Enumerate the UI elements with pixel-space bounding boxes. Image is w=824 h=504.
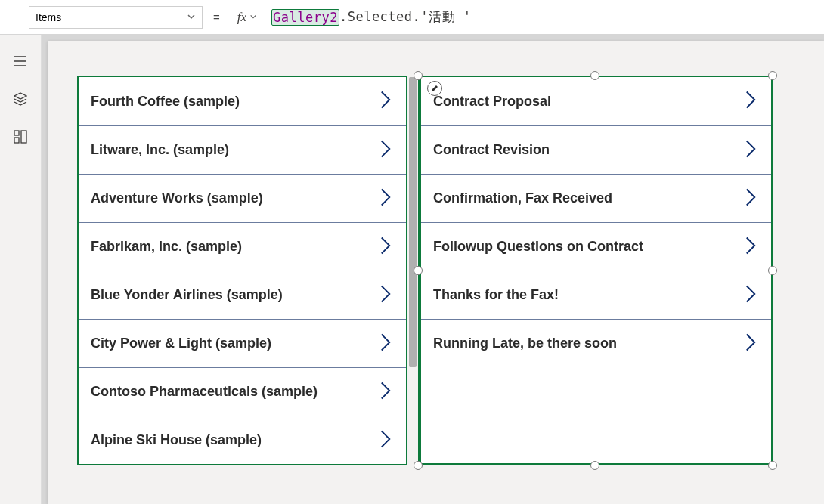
row-label: City Power & Light (sample) xyxy=(91,335,271,351)
row-label: Adventure Works (sample) xyxy=(91,190,263,206)
canvas[interactable]: Fourth Coffee (sample)Litware, Inc. (sam… xyxy=(48,41,824,504)
formula-input[interactable]: Gallery2.Selected.'活動 ' xyxy=(265,6,824,29)
svg-rect-0 xyxy=(14,131,19,135)
gallery-row[interactable]: Adventure Works (sample) xyxy=(79,174,406,222)
row-label: Followup Questions on Contract xyxy=(433,239,643,255)
gallery-row[interactable]: Contract Revision xyxy=(421,125,771,174)
chevron-right-icon xyxy=(742,89,759,113)
gallery-row[interactable]: Litware, Inc. (sample) xyxy=(79,125,406,174)
property-dropdown[interactable]: Items xyxy=(29,6,203,29)
scrollbar-thumb[interactable] xyxy=(409,77,417,367)
resize-handle-ml[interactable] xyxy=(414,266,423,275)
chevron-right-icon xyxy=(742,187,759,211)
row-label: Fourth Coffee (sample) xyxy=(91,94,240,110)
formula-bar: Items = fx Gallery2.Selected.'活動 ' xyxy=(0,0,824,35)
chevron-right-icon xyxy=(377,283,394,308)
formula-rest: .Selected.'活動 ' xyxy=(339,8,472,26)
row-label: Fabrikam, Inc. (sample) xyxy=(91,239,242,255)
chevron-down-icon xyxy=(187,11,196,23)
chevron-right-icon xyxy=(742,138,759,162)
gallery-row[interactable]: Fourth Coffee (sample) xyxy=(79,77,406,125)
row-label: Running Late, be there soon xyxy=(433,335,617,351)
row-label: Contract Revision xyxy=(433,142,550,158)
row-label: Confirmation, Fax Received xyxy=(433,190,612,206)
formula-highlighted-token: Gallery2 xyxy=(271,9,339,26)
chevron-right-icon xyxy=(377,380,394,404)
gallery-row[interactable]: Confirmation, Fax Received xyxy=(421,174,771,222)
svg-rect-1 xyxy=(21,131,26,143)
canvas-wrap: Fourth Coffee (sample)Litware, Inc. (sam… xyxy=(42,35,824,504)
chevron-right-icon xyxy=(377,89,394,113)
gallery-row[interactable]: Fabrikam, Inc. (sample) xyxy=(79,222,406,271)
resize-handle-bc[interactable] xyxy=(590,461,599,470)
chevron-right-icon xyxy=(742,235,759,259)
chevron-right-icon xyxy=(377,187,394,211)
gallery-row[interactable]: Followup Questions on Contract xyxy=(421,222,771,271)
chevron-right-icon xyxy=(377,138,394,162)
resize-handle-bl[interactable] xyxy=(414,461,423,470)
main-area: Fourth Coffee (sample)Litware, Inc. (sam… xyxy=(0,35,824,504)
fx-label: fx xyxy=(237,10,246,25)
chevron-right-icon xyxy=(377,332,394,356)
row-label: Thanks for the Fax! xyxy=(433,287,559,303)
row-label: Contoso Pharmaceuticals (sample) xyxy=(91,384,318,400)
row-label: Alpine Ski House (sample) xyxy=(91,432,262,448)
gallery-activities[interactable]: Contract ProposalContract RevisionConfir… xyxy=(418,76,773,465)
resize-handle-br[interactable] xyxy=(768,461,777,470)
row-label: Litware, Inc. (sample) xyxy=(91,142,229,158)
gallery-row[interactable]: Thanks for the Fax! xyxy=(421,271,771,319)
chevron-right-icon xyxy=(742,283,759,308)
gallery-row[interactable]: Contoso Pharmaceuticals (sample) xyxy=(79,367,406,416)
left-icon-rail xyxy=(0,35,42,504)
components-icon[interactable] xyxy=(14,130,27,144)
equals-sign: = xyxy=(203,11,231,23)
resize-handle-tc[interactable] xyxy=(590,71,599,80)
gallery-accounts[interactable]: Fourth Coffee (sample)Litware, Inc. (sam… xyxy=(77,76,407,465)
hamburger-icon[interactable] xyxy=(14,54,27,68)
fx-dropdown[interactable]: fx xyxy=(231,6,265,29)
svg-rect-2 xyxy=(14,138,19,143)
chevron-right-icon xyxy=(377,235,394,259)
chevron-right-icon xyxy=(377,428,394,453)
layers-icon[interactable] xyxy=(14,92,27,106)
resize-handle-tr[interactable] xyxy=(768,71,777,80)
row-label: Contract Proposal xyxy=(433,94,551,110)
gallery-row[interactable]: Running Late, be there soon xyxy=(421,319,771,367)
gallery-row[interactable]: Contract Proposal xyxy=(421,77,771,125)
resize-handle-mr[interactable] xyxy=(768,266,777,275)
gallery-row[interactable]: Alpine Ski House (sample) xyxy=(79,416,406,464)
row-label: Blue Yonder Airlines (sample) xyxy=(91,287,283,303)
resize-handle-tl[interactable] xyxy=(414,71,423,80)
property-name: Items xyxy=(36,11,61,23)
gallery-row[interactable]: City Power & Light (sample) xyxy=(79,319,406,367)
chevron-down-icon xyxy=(249,12,257,23)
edit-pencil-button[interactable] xyxy=(427,81,442,96)
gallery-row[interactable]: Blue Yonder Airlines (sample) xyxy=(79,271,406,319)
chevron-right-icon xyxy=(742,332,759,356)
